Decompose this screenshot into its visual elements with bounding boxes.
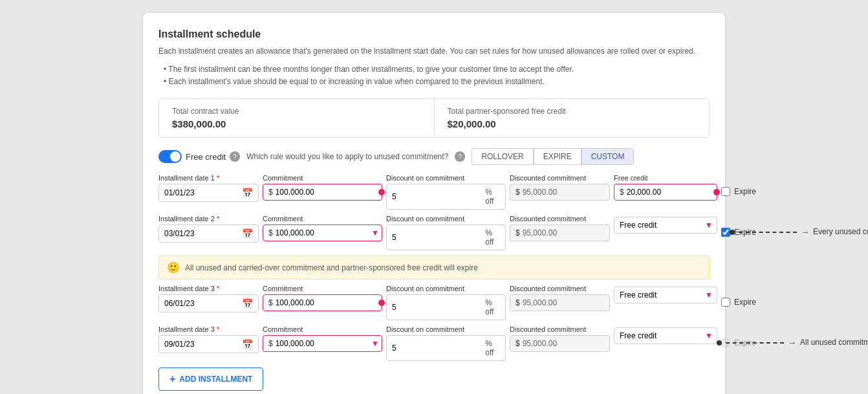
free-credit-toggle[interactable] [158,150,182,163]
expire-label-1: Expire [734,187,756,196]
date-input-4[interactable] [164,340,239,349]
currency-prefix-2: $ [268,228,273,237]
calendar-icon-1[interactable]: 📅 [242,188,253,198]
currency-prefix-4: $ [268,339,273,348]
annotation-dot-2 [717,340,722,345]
calendar-icon-2[interactable]: 📅 [242,228,253,239]
free-credit-input-wrapper-1[interactable]: $ [614,184,717,201]
date-input-wrapper-1[interactable]: 📅 [158,184,259,202]
free-credit-label-1: Free credit [614,174,717,182]
discounted-commitment-field-4: Discounted commitment $ [510,325,610,352]
date-label-2: Installment date 2 * [158,215,259,223]
discounted-commitment-field-3: Discounted commitment $ [510,285,610,311]
rule-buttons: ROLLOVER EXPIRE CUSTOM [472,148,634,165]
installment-schedule-card: Installment schedule Each installment cr… [143,13,725,394]
free-credit-select-field-3: Free credit ▼ [614,285,717,303]
rule-help-icon[interactable]: ? [455,151,465,162]
discount-input-wrapper-2[interactable]: % off [386,224,506,250]
expire-checkbox-1[interactable] [721,187,730,196]
total-partner-value: $20,000.00 [448,118,697,129]
discount-input-wrapper-4[interactable]: % off [386,335,506,361]
smiley-icon: 🙂 [167,261,180,274]
discounted-input-wrapper-3: $ [510,294,610,311]
date-label-3: Installment date 3 * [158,285,259,292]
installment-row-2: Installment date 2 * 📅 Commitment $ ▼ [158,215,710,250]
discount-input-4[interactable] [392,344,483,353]
percent-suffix-4: % off [485,339,500,357]
date-input-2[interactable] [164,229,239,238]
annotation-expire-end: → All unused commitment expires at the o… [717,337,868,348]
date-field-4: Installment date 3 * 📅 [158,325,259,353]
discount-label-2: Discount on commitment [386,215,506,223]
discount-input-3[interactable] [392,303,483,312]
currency-prefix-dc-1: $ [515,188,520,197]
installment-row-1: Installment date 1 * 📅 Commitment $ Disc… [158,174,710,210]
date-field-2: Installment date 2 * 📅 [158,215,259,243]
commitment-input-wrapper-2[interactable]: $ ▼ [263,224,382,241]
discount-input-2[interactable] [392,233,483,242]
free-credit-select-wrapper-4[interactable]: Free credit ▼ [614,327,717,344]
pink-arrow-2: ▼ [371,228,379,237]
commitment-label-2: Commitment [263,215,382,223]
commitment-field-1: Commitment $ [263,174,382,201]
annotation-text-2: All unused commitment expires at the off… [800,337,868,348]
date-input-1[interactable] [164,188,239,197]
expire-checkbox-2[interactable] [721,228,730,237]
percent-suffix-3: % off [485,298,500,316]
custom-button[interactable]: CUSTOM [581,148,635,165]
date-input-wrapper-3[interactable]: 📅 [158,294,259,312]
discount-field-4: Discount on commitment % off [386,325,506,361]
annotation-dot-1 [730,230,735,235]
expire-col-3: Expire [721,285,779,307]
commitment-field-3: Commitment $ [263,285,382,311]
discount-input-1[interactable] [392,192,483,201]
currency-prefix-fc-1: $ [620,188,624,197]
summary-row: Total contract value $380,000.00 Total p… [158,98,710,138]
free-credit-toggle-wrapper: Free credit ? [158,150,240,163]
date-label-1: Installment date 1 * [158,174,259,182]
free-credit-select-wrapper-3[interactable]: Free credit ▼ [614,287,717,303]
discounted-input-wrapper-2: $ [510,224,610,241]
select-arrow-3: ▼ [705,290,713,300]
discount-input-wrapper-1[interactable]: % off [386,184,506,210]
date-input-wrapper-4[interactable]: 📅 [158,335,259,353]
discount-label-1: Discount on commitment [386,174,506,182]
card-description: Each installment creates an allowance th… [158,45,710,57]
add-installment-button[interactable]: + ADD INSTALLMENT [158,367,263,391]
rule-question: Which rule would you like to apply to un… [246,152,448,161]
rollover-button[interactable]: ROLLOVER [472,148,533,165]
commitment-input-wrapper-1[interactable]: $ [263,184,382,201]
free-credit-select-wrapper-2[interactable]: Free credit ▼ [614,217,717,234]
annotation-text-1: Every unused commitment is expired on th… [813,226,868,237]
date-input-3[interactable] [164,299,239,308]
commitment-input-1[interactable] [276,188,376,197]
discounted-label-4: Discounted commitment [510,325,610,333]
dashed-line-2 [726,342,784,344]
expire-button[interactable]: EXPIRE [534,148,581,165]
percent-suffix-2: % off [485,228,500,246]
calendar-icon-4[interactable]: 📅 [242,339,253,349]
free-credit-select-2[interactable]: Free credit [620,221,711,230]
discounted-input-wrapper-4: $ [510,335,610,352]
free-credit-select-4[interactable]: Free credit [620,331,711,340]
date-input-wrapper-2[interactable]: 📅 [158,224,259,243]
commitment-input-2[interactable] [276,228,376,237]
commitment-input-wrapper-4[interactable]: $ ▼ [263,335,382,352]
commitment-input-4[interactable] [276,339,376,348]
discount-input-wrapper-3[interactable]: % off [386,294,506,320]
pink-dot-top-1 [378,189,385,195]
pink-dot-fc-1 [713,189,720,195]
commitment-input-3[interactable] [276,298,376,307]
calendar-icon-3[interactable]: 📅 [242,298,253,309]
free-credit-input-1[interactable] [627,188,711,197]
expire-checkbox-3[interactable] [721,298,730,307]
dashed-line-1 [739,232,797,233]
arrow-icon-1: → [801,227,809,237]
commitment-input-wrapper-3[interactable]: $ [263,294,382,311]
free-credit-select-3[interactable]: Free credit [620,290,711,300]
free-credit-select-field-4: Free credit ▼ [614,325,717,344]
discounted-label-2: Discounted commitment [510,215,610,223]
free-credit-help-icon[interactable]: ? [230,151,240,162]
card-title: Installment schedule [158,28,710,40]
arrow-icon-2: → [788,338,796,347]
